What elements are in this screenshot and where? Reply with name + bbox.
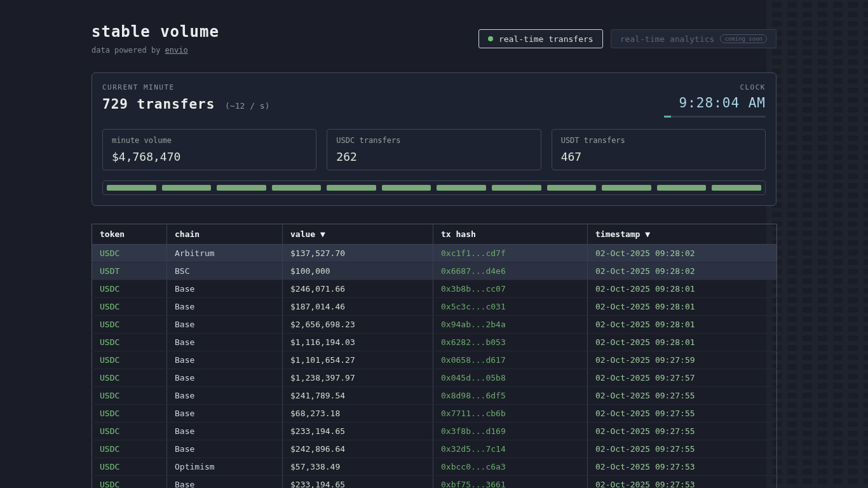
cell-token: USDC bbox=[92, 316, 167, 334]
cell-value: $1,238,397.97 bbox=[283, 369, 433, 387]
stat-value: $4,768,470 bbox=[112, 150, 307, 163]
cell-value: $100,000 bbox=[283, 262, 433, 280]
col-header-tx-hash[interactable]: tx hash bbox=[433, 224, 588, 245]
stat-label: minute volume bbox=[112, 136, 307, 145]
table-row: USDCBase$1,238,397.970x045d...05b802-Oct… bbox=[92, 369, 777, 387]
cell-chain: Base bbox=[167, 405, 283, 423]
clock-label: CLOCK bbox=[664, 83, 766, 92]
cell-tx-hash[interactable]: 0x5c3c...c031 bbox=[433, 298, 588, 316]
cell-token: USDC bbox=[92, 245, 167, 262]
transfers-table: token chain value ▼ tx hash timestamp ▼ … bbox=[92, 224, 777, 488]
tab-realtime-transfers[interactable]: real-time transfers bbox=[478, 29, 603, 48]
current-minute-panel: CURRENT MINUTE 729 transfers (~12 / s) C… bbox=[92, 72, 776, 206]
cell-tx-hash[interactable]: 0x3f8b...d169 bbox=[433, 423, 588, 440]
cell-tx-hash[interactable]: 0x0658...d617 bbox=[433, 351, 588, 369]
cell-chain: BSC bbox=[167, 262, 283, 280]
cell-timestamp: 02-Oct-2025 09:27:53 bbox=[588, 476, 777, 488]
cell-tx-hash[interactable]: 0x94ab...2b4a bbox=[433, 316, 588, 334]
cell-tx-hash[interactable]: 0x7711...cb6b bbox=[433, 405, 588, 423]
progress-segment bbox=[327, 185, 376, 191]
cell-tx-hash[interactable]: 0x6687...d4e6 bbox=[433, 262, 588, 280]
cell-tx-hash[interactable]: 0x045d...05b8 bbox=[433, 369, 588, 387]
brand-block: stable volume data powered by envio bbox=[92, 23, 219, 55]
col-header-token[interactable]: token bbox=[92, 224, 167, 245]
subtitle: data powered by envio bbox=[92, 46, 219, 55]
progress-segment bbox=[382, 185, 431, 191]
cell-value: $137,527.70 bbox=[283, 245, 433, 262]
current-minute-label: CURRENT MINUTE bbox=[102, 83, 269, 92]
progress-segment bbox=[602, 185, 651, 191]
cell-value: $1,101,654.27 bbox=[283, 351, 433, 369]
cell-timestamp: 02-Oct-2025 09:28:02 bbox=[588, 245, 777, 262]
cell-tx-hash[interactable]: 0xbf75...3661 bbox=[433, 476, 588, 488]
cell-tx-hash[interactable]: 0x32d5...7c14 bbox=[433, 440, 588, 458]
page-header: stable volume data powered by envio real… bbox=[92, 0, 776, 55]
progress-segment bbox=[107, 185, 156, 191]
background-texture bbox=[766, 0, 868, 488]
cell-timestamp: 02-Oct-2025 09:28:02 bbox=[588, 262, 777, 280]
cell-chain: Base bbox=[167, 387, 283, 405]
coming-soon-badge: coming soon bbox=[720, 34, 767, 43]
cell-value: $2,656,698.23 bbox=[283, 316, 433, 334]
cell-timestamp: 02-Oct-2025 09:27:55 bbox=[588, 423, 777, 440]
page-title: stable volume bbox=[92, 23, 219, 41]
table-row: USDCBase$233,194.650xbf75...366102-Oct-2… bbox=[92, 476, 777, 488]
cell-chain: Base bbox=[167, 423, 283, 440]
transfer-count-line: 729 transfers (~12 / s) bbox=[102, 97, 269, 112]
cell-chain: Optimism bbox=[167, 458, 283, 476]
cell-token: USDT bbox=[92, 262, 167, 280]
table-body: USDCArbitrum$137,527.700xc1f1...cd7f02-O… bbox=[92, 245, 777, 488]
cell-chain: Base bbox=[167, 334, 283, 351]
table-row: USDCBase$1,101,654.270x0658...d61702-Oct… bbox=[92, 351, 777, 369]
table-row: USDCBase$1,116,194.030x6282...b05302-Oct… bbox=[92, 334, 777, 351]
cell-tx-hash[interactable]: 0x8d98...6df5 bbox=[433, 387, 588, 405]
progress-segment bbox=[272, 185, 322, 191]
col-header-timestamp[interactable]: timestamp ▼ bbox=[588, 224, 777, 245]
progress-segment bbox=[162, 185, 212, 191]
cell-tx-hash[interactable]: 0xbcc0...c6a3 bbox=[433, 458, 588, 476]
cell-token: USDC bbox=[92, 405, 167, 423]
col-header-value[interactable]: value ▼ bbox=[283, 224, 433, 245]
cell-tx-hash[interactable]: 0x6282...b053 bbox=[433, 334, 588, 351]
cell-token: USDC bbox=[92, 387, 167, 405]
cell-tx-hash[interactable]: 0x3b8b...cc07 bbox=[433, 280, 588, 298]
envio-link[interactable]: envio bbox=[165, 46, 188, 55]
table-row: USDCBase$241,789.540x8d98...6df502-Oct-2… bbox=[92, 387, 777, 405]
cell-value: $246,071.66 bbox=[283, 280, 433, 298]
stat-minute-volume: minute volume $4,768,470 bbox=[102, 129, 316, 170]
table-row: USDCOptimism$57,338.490xbcc0...c6a302-Oc… bbox=[92, 458, 777, 476]
transfer-count: 729 transfers bbox=[102, 97, 215, 112]
stat-label: USDT transfers bbox=[561, 136, 756, 145]
cell-tx-hash[interactable]: 0xc1f1...cd7f bbox=[433, 245, 588, 262]
clock-block: CLOCK 9:28:04 AM bbox=[664, 83, 766, 118]
live-dot-icon bbox=[488, 36, 493, 41]
stat-label: USDC transfers bbox=[336, 136, 531, 145]
cell-value: $1,116,194.03 bbox=[283, 334, 433, 351]
progress-segment bbox=[217, 185, 266, 191]
table-row: USDCBase$233,194.650x3f8b...d16902-Oct-2… bbox=[92, 423, 777, 440]
progress-segment bbox=[657, 185, 707, 191]
progress-segment bbox=[712, 185, 761, 191]
cell-timestamp: 02-Oct-2025 09:28:01 bbox=[588, 280, 777, 298]
cell-value: $233,194.65 bbox=[283, 423, 433, 440]
cell-value: $242,896.64 bbox=[283, 440, 433, 458]
tab-label: real-time transfers bbox=[499, 34, 593, 44]
view-tabs: real-time transfers real-time analytics … bbox=[478, 29, 776, 48]
cell-chain: Base bbox=[167, 476, 283, 488]
cell-chain: Base bbox=[167, 369, 283, 387]
cell-token: USDC bbox=[92, 423, 167, 440]
table-row: USDTBSC$100,0000x6687...d4e602-Oct-2025 … bbox=[92, 262, 777, 280]
panel-top-row: CURRENT MINUTE 729 transfers (~12 / s) C… bbox=[102, 83, 766, 118]
stat-usdt-transfers: USDT transfers 467 bbox=[552, 129, 766, 170]
cell-value: $68,273.18 bbox=[283, 405, 433, 423]
cell-value: $233,194.65 bbox=[283, 476, 433, 488]
cell-timestamp: 02-Oct-2025 09:27:59 bbox=[588, 351, 777, 369]
col-header-chain[interactable]: chain bbox=[167, 224, 283, 245]
cell-token: USDC bbox=[92, 280, 167, 298]
table-row: USDCBase$246,071.660x3b8b...cc0702-Oct-2… bbox=[92, 280, 777, 298]
cell-timestamp: 02-Oct-2025 09:27:57 bbox=[588, 369, 777, 387]
cell-timestamp: 02-Oct-2025 09:28:01 bbox=[588, 298, 777, 316]
cell-timestamp: 02-Oct-2025 09:27:55 bbox=[588, 387, 777, 405]
tab-realtime-analytics[interactable]: real-time analytics coming soon bbox=[611, 29, 776, 48]
cell-token: USDC bbox=[92, 476, 167, 488]
